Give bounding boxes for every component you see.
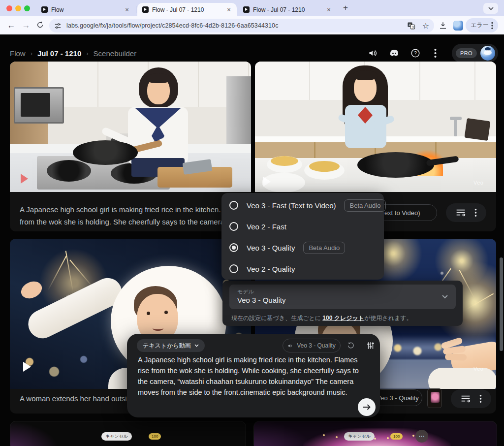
radio-icon [229,264,238,273]
video-thumbnail-kitchen-2[interactable]: Veo [255,62,496,192]
avatar[interactable] [480,46,495,61]
bookmark-star-icon[interactable]: ☆ [422,21,429,31]
discord-button[interactable] [389,48,400,58]
prompt-mode-selector[interactable]: テキストから動画 [137,339,205,352]
beta-audio-badge: Beta Audio [344,199,386,212]
translate-icon[interactable]: A文 [407,22,415,30]
back-button[interactable]: ← [5,21,18,31]
caption-line: A Japanese high school girl is making fr… [20,203,246,216]
help-button[interactable]: ? [410,48,420,58]
kebab-menu-icon [434,48,437,58]
radio-icon [229,222,238,231]
generate-submit-button[interactable] [358,398,376,416]
tab-close-icon[interactable]: × [123,6,131,14]
model-settings-popover: モデル Veo 3 - Quality 現在の設定に基づき、生成ごとに 100 … [222,281,463,326]
prompt-model-pill[interactable]: Veo 3 - Quality [283,339,341,352]
svg-text:?: ? [414,51,417,56]
clip-card-1: A Japanese high school girl is making fr… [10,62,251,231]
window-minimize-button[interactable] [15,5,21,11]
svg-text:文: 文 [411,25,414,29]
breadcrumb: Flow › Jul 07 - 1210 › Scenebuilder [10,48,136,59]
extension-icon[interactable] [453,21,463,31]
speaker-icon [287,343,294,349]
tab-close-icon[interactable]: × [225,6,233,14]
radio-icon [229,243,238,252]
header-more-button[interactable] [434,48,437,58]
menu-item-veo3-fast[interactable]: Veo 3 - Fast (Text to Video) Beta Audio [221,195,384,216]
prompt-text-input[interactable]: A Japanese high school girl is making fr… [138,354,370,398]
discord-icon [389,48,400,58]
model-select[interactable]: モデル Veo 3 - Quality [229,285,456,309]
window-zoom-button[interactable] [24,5,30,11]
pro-badge: PRO [456,48,477,58]
add-to-scene-icon[interactable] [461,395,471,403]
browser-error-profile-chip[interactable]: エラー [466,18,498,32]
tab-favicon [243,6,250,13]
model-dropdown-menu: Veo 3 - Fast (Text to Video) Beta Audio … [221,193,384,280]
menu-item-label: Veo 3 - Quality [247,244,295,252]
play-icon[interactable] [21,174,28,184]
caption-line: from the wok she is holding. She cheerfu… [20,216,246,228]
kebab-menu-icon[interactable] [479,394,482,403]
add-to-scene-icon[interactable] [456,209,466,217]
tab-close-icon[interactable]: × [325,6,333,14]
tab-search-chevron-button[interactable] [483,3,498,14]
downloads-button[interactable] [439,21,447,30]
browser-menu-icon[interactable] [491,22,493,30]
clip-4-model-pill[interactable]: Veo 3 - Quality [373,389,422,406]
download-icon [439,21,447,30]
prompt-settings-button[interactable] [366,341,375,350]
credit-note-link[interactable]: 100 クレジット [322,315,364,321]
browser-tab-2-active[interactable]: Flow - Jul 07 - 1210 × [137,3,237,16]
speaker-icon [368,48,378,58]
queue-card-1[interactable]: キャンセル 100 [10,421,246,446]
site-info-icon[interactable] [54,22,62,30]
queue-more-button[interactable]: ⋯ [415,430,428,443]
model-pill-label: Veo 3 - Quality [377,394,418,402]
url-bar[interactable]: labs.google/fx/ja/tools/flow/project/c28… [49,19,434,32]
scrollbar-thumb[interactable] [500,257,503,351]
queue-card-2[interactable]: キャンセル 100 ⋯ [253,421,497,446]
url-text: labs.google/fx/ja/tools/flow/project/c28… [66,22,403,29]
breadcrumb-page: Scenebuilder [94,49,137,58]
menu-item-label: Veo 3 - Fast (Text to Video) [247,201,336,210]
menu-item-veo3-quality[interactable]: Veo 3 - Quality Beta Audio [221,237,384,258]
credit-badge: 100 [390,433,403,440]
question-circle-icon: ? [410,48,420,58]
reload-button[interactable] [36,21,44,29]
tune-sliders-icon [366,341,375,350]
credit-badge: 100 [149,433,161,440]
forward-button[interactable]: → [20,21,32,31]
veo-watermark: Veo [473,180,483,186]
clip-4-actions [451,389,491,408]
menu-item-veo2-quality[interactable]: Veo 2 - Quality [221,258,384,279]
play-icon[interactable] [263,177,271,187]
browser-tab-strip: Flow × Flow - Jul 07 - 1210 × Flow - Jul… [0,0,504,16]
breadcrumb-chevron-icon: › [86,50,88,57]
breadcrumb-chevron-icon: › [31,50,32,57]
chevron-down-icon [442,295,448,299]
play-icon[interactable] [23,362,31,372]
window-close-button[interactable] [6,5,12,11]
browser-tab-1[interactable]: Flow × [36,3,135,16]
kebab-menu-icon[interactable] [474,208,477,217]
menu-item-label: Veo 2 - Quality [247,265,295,273]
video-thumbnail-kitchen-1[interactable] [10,62,251,192]
browser-tab-3[interactable]: Flow - Jul 07 - 1210 × [238,3,337,16]
cancel-button[interactable]: キャンセル [344,432,375,441]
cancel-button[interactable]: キャンセル [101,432,132,441]
tab-title: Flow [51,6,123,13]
arrow-right-icon [363,404,371,411]
volume-button[interactable] [368,48,378,58]
prompt-reset-button[interactable] [346,341,355,350]
model-select-label: モデル [237,288,254,295]
error-label: エラー [471,21,489,30]
new-tab-button[interactable]: + [343,3,348,13]
tab-favicon [142,6,149,13]
app-window: Flow × Flow - Jul 07 - 1210 × Flow - Jul… [0,0,504,446]
prompt-panel: テキストから動画 Veo 3 - Quality A Japanese high… [127,334,380,417]
reference-image-chip[interactable] [427,388,442,408]
breadcrumb-app[interactable]: Flow [10,49,26,58]
menu-item-veo2-fast[interactable]: Veo 2 - Fast [221,216,384,237]
breadcrumb-project[interactable]: Jul 07 - 1210 [37,49,81,58]
